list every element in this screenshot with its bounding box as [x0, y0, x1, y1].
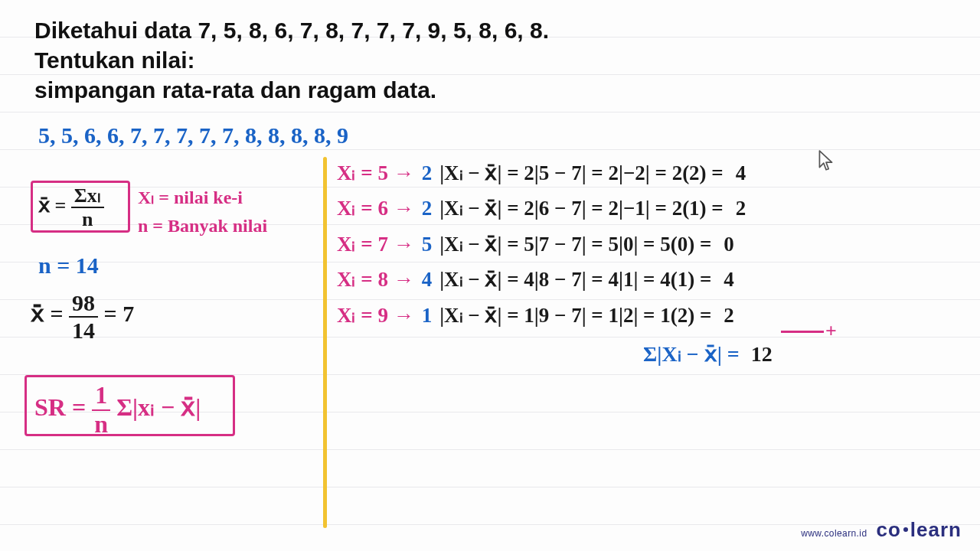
brand-logo-b: learn — [910, 518, 962, 541]
mean-formula: x̄ = Σxᵢ n — [38, 185, 104, 230]
sorted-data: 5, 5, 6, 6, 7, 7, 7, 7, 7, 8, 8, 8, 8, 9 — [38, 122, 348, 148]
plus-sign: + — [825, 320, 837, 343]
cursor-icon — [816, 149, 836, 172]
expr-8: |Xᵢ − x̄| = 4|8 − 7| = 4|1| = 4(1) = — [439, 262, 711, 297]
calc-column: Xᵢ = 5 → 2 |Xᵢ − x̄| = 2|5 − 7| = 2|−2| … — [337, 155, 746, 333]
f-9: 1 — [422, 298, 433, 333]
sr-one: 1 — [92, 383, 110, 411]
xbar-num: 98 — [69, 291, 98, 318]
calc-row-8: Xᵢ = 8 → 4 |Xᵢ − x̄| = 4|8 − 7| = 4|1| =… — [337, 262, 746, 297]
sum-label: Σ|Xᵢ − x̄| = — [643, 342, 740, 366]
xbar-rhs: = 7 — [104, 301, 135, 326]
calc-row-7: Xᵢ = 7 → 5 |Xᵢ − x̄| = 5|7 − 7| = 5|0| =… — [337, 227, 746, 262]
xi-7: Xᵢ = 7 → — [337, 227, 414, 262]
xi-9: Xᵢ = 9 → — [337, 298, 414, 333]
sr-n: n — [92, 411, 110, 438]
f-5: 2 — [422, 155, 433, 191]
sum-line: Σ|Xᵢ − x̄| = 12 — [643, 341, 773, 367]
f-8: 4 — [422, 262, 433, 297]
sum-value: 12 — [751, 342, 773, 366]
brand-logo-a: co — [877, 518, 901, 541]
whiteboard: Diketahui data 7, 5, 8, 6, 7, 8, 7, 7, 7… — [0, 0, 980, 551]
calc-row-9: Xᵢ = 9 → 1 |Xᵢ − x̄| = 1|9 − 7| = 1|2| =… — [337, 298, 746, 333]
question-text: Diketahui data 7, 5, 8, 6, 7, 8, 7, 7, 7… — [34, 15, 949, 105]
note-n: n = Banyak nilai — [138, 212, 267, 240]
res-7: 0 — [724, 227, 734, 262]
brand-footer: www.colearn.id colearn — [801, 518, 962, 542]
xbar-calc: x̄ = 98 14 = 7 — [31, 291, 134, 342]
res-9: 2 — [724, 298, 734, 333]
xi-5: Xᵢ = 5 → — [337, 155, 414, 191]
sr-sum: Σ|xᵢ − x̄| — [116, 393, 201, 421]
f-6: 2 — [422, 191, 433, 226]
f-7: 5 — [422, 227, 433, 262]
note-xi: Xᵢ = nilai ke-i — [138, 184, 267, 212]
expr-7: |Xᵢ − x̄| = 5|7 − 7| = 5|0| = 5(0) = — [439, 227, 711, 262]
brand-dot-icon — [903, 527, 908, 532]
calc-row-5: Xᵢ = 5 → 2 |Xᵢ − x̄| = 2|5 − 7| = 2|−2| … — [337, 155, 746, 191]
xbar-den: 14 — [69, 318, 98, 343]
sr-formula: SR = 1 n Σ|xᵢ − x̄| — [34, 383, 201, 437]
res-8: 4 — [724, 262, 734, 297]
res-6: 2 — [736, 191, 746, 226]
mean-num: Σxᵢ — [71, 185, 104, 208]
formula-notes: Xᵢ = nilai ke-i n = Banyak nilai — [138, 184, 267, 240]
question-line-2: Tentukan nilai: — [34, 45, 949, 75]
xi-8: Xᵢ = 8 → — [337, 262, 414, 297]
divider-vertical — [323, 157, 327, 528]
brand-url: www.colearn.id — [801, 528, 867, 539]
sr-lhs: SR = — [34, 393, 86, 421]
xbar-frac: 98 14 — [69, 291, 98, 342]
expr-9: |Xᵢ − x̄| = 1|9 − 7| = 1|2| = 1(2) = — [439, 298, 711, 333]
calc-row-6: Xᵢ = 6 → 2 |Xᵢ − x̄| = 2|6 − 7| = 2|−1| … — [337, 191, 746, 226]
brand-logo: colearn — [877, 518, 962, 542]
expr-6: |Xᵢ − x̄| = 2|6 − 7| = 2|−1| = 2(1) = — [439, 191, 724, 226]
sr-frac: 1 n — [92, 383, 110, 437]
question-line-1: Diketahui data 7, 5, 8, 6, 7, 8, 7, 7, 7… — [34, 15, 949, 45]
question-line-3: simpangan rata-rata dan ragam data. — [34, 75, 949, 105]
xbar-lhs: x̄ = — [31, 301, 64, 326]
n-value: n = 14 — [38, 253, 99, 279]
res-5: 4 — [736, 155, 746, 191]
expr-5: |Xᵢ − x̄| = 2|5 − 7| = 2|−2| = 2(2) = — [439, 155, 724, 191]
mean-den: n — [71, 208, 104, 230]
xi-6: Xᵢ = 6 → — [337, 191, 414, 226]
mean-fraction: Σxᵢ n — [71, 185, 104, 230]
mean-lhs: x̄ = — [38, 194, 66, 217]
sum-underline — [781, 331, 824, 333]
